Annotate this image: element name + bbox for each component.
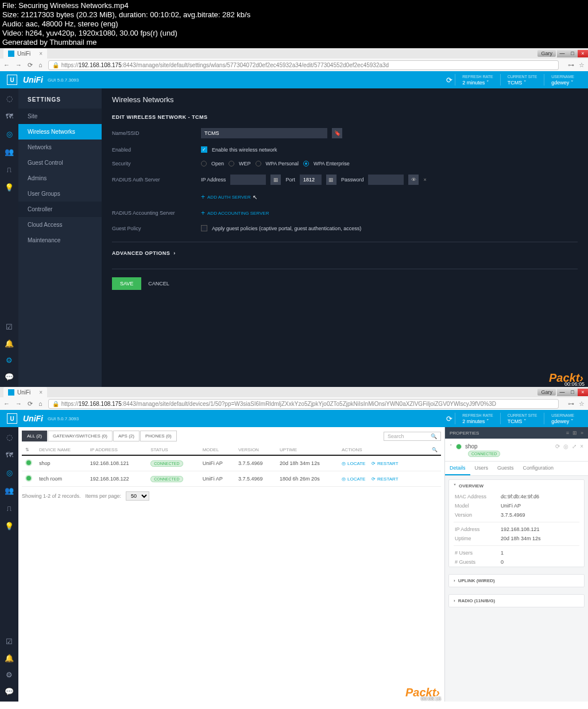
tab-configuration[interactable]: Configuration [519, 462, 559, 475]
nav-admins[interactable]: Admins [18, 171, 102, 186]
clients-icon[interactable]: 👥 [5, 486, 14, 495]
current-site-selector[interactable]: CURRENT SITE TCMS˅ [500, 74, 544, 86]
window-close-button[interactable]: × [578, 50, 588, 57]
radius-ip-input[interactable] [230, 175, 266, 185]
radio-card[interactable]: ›RADIO (11N/B/G) [448, 594, 585, 607]
save-button[interactable]: SAVE [112, 277, 141, 290]
nav-controller[interactable]: Controller [18, 202, 102, 217]
items-per-page-select[interactable]: 50 [126, 491, 149, 501]
home-icon[interactable]: ⌂ [38, 400, 42, 407]
overview-toggle[interactable]: ˅OVERVIEW [449, 480, 584, 492]
chevron-down-icon[interactable]: ˅ [450, 444, 452, 450]
enabled-checkbox[interactable]: ✓ [201, 146, 207, 153]
grid-view-icon[interactable]: ⊞ [572, 430, 577, 436]
key-icon[interactable]: ⊶ [568, 400, 574, 408]
remove-server-icon[interactable]: × [423, 177, 426, 183]
reload-icon[interactable]: ⟳ [28, 61, 33, 69]
restart-icon[interactable]: ⟳ [555, 443, 560, 450]
username-selector[interactable]: USERNAME gdewey˅ [544, 413, 581, 424]
col-uptime[interactable]: UPTIME [276, 445, 338, 455]
expand-icon[interactable]: ⤢ [572, 443, 577, 450]
table-row[interactable]: tech room 192.168.108.122 CONNECTED UniF… [22, 471, 441, 487]
key-icon[interactable]: ⊶ [568, 61, 574, 69]
window-close-button[interactable]: × [578, 389, 588, 396]
uplink-card[interactable]: ›UPLINK (WIRED) [448, 574, 585, 587]
star-icon[interactable]: ☆ [579, 61, 585, 69]
add-accounting-server-link[interactable]: +ADD ACCOUNTING SERVER [201, 209, 269, 217]
table-row[interactable]: shop 192.168.108.121 CONNECTED UniFi AP … [22, 455, 441, 471]
filter-all[interactable]: ALL (2) [22, 431, 47, 441]
browser-tab-2[interactable]: UniFi × [3, 387, 47, 397]
col-settings-icon[interactable]: 🔍 [428, 445, 441, 455]
stats-icon[interactable]: ⎍ [7, 165, 11, 174]
security-wpa-enterprise-radio[interactable] [303, 161, 309, 166]
alerts-icon[interactable]: 🔔 [5, 339, 14, 348]
col-device-name[interactable]: DEVICE NAME [36, 445, 87, 455]
refresh-icon[interactable]: ⟳ [446, 414, 452, 423]
locate-link[interactable]: ◎LOCATE [342, 461, 365, 466]
nav-networks[interactable]: Networks [18, 140, 102, 155]
col-version[interactable]: VERSION [235, 445, 276, 455]
tab-close-icon[interactable]: × [39, 51, 42, 57]
devices-icon[interactable]: ◎ [6, 468, 13, 477]
home-icon[interactable]: ⌂ [38, 61, 42, 68]
tag-icon[interactable]: 🔖 [332, 128, 342, 138]
back-icon[interactable]: ← [3, 61, 10, 68]
nav-site[interactable]: Site [18, 109, 102, 124]
refresh-icon[interactable]: ⟳ [446, 76, 452, 84]
security-wep-radio[interactable] [229, 161, 234, 166]
insights-icon[interactable]: 💡 [5, 522, 14, 530]
refresh-rate-selector[interactable]: REFRESH RATE 2 minutes˅ [455, 413, 500, 424]
forward-icon[interactable]: → [16, 61, 22, 68]
current-site-selector[interactable]: CURRENT SITE TCMS˅ [500, 413, 544, 424]
restart-link[interactable]: ⟳RESTART [372, 461, 399, 466]
filter-gateway-switches[interactable]: GATEWAY/SWITCHES (0) [48, 431, 113, 441]
forward-icon[interactable]: → [16, 400, 22, 407]
collapse-all-icon[interactable]: » [581, 430, 583, 436]
settings-icon[interactable]: ⚙ [6, 356, 13, 365]
close-icon[interactable]: × [580, 443, 583, 450]
dashboard-icon[interactable]: ◌ [6, 433, 13, 441]
back-icon[interactable]: ← [3, 400, 10, 407]
advanced-options-toggle[interactable]: ADVANCED OPTIONS › [112, 242, 578, 256]
tab-details[interactable]: Details [445, 462, 470, 475]
col-ip[interactable]: IP ADDRESS [87, 445, 147, 455]
window-maximize-button[interactable]: □ [567, 50, 578, 57]
nav-cloud-access[interactable]: Cloud Access [18, 217, 102, 233]
stats-icon[interactable]: ⎍ [7, 504, 11, 513]
nav-maintenance[interactable]: Maintenance [18, 233, 102, 248]
reload-icon[interactable]: ⟳ [28, 400, 33, 408]
security-wpa-personal-radio[interactable] [256, 161, 261, 166]
window-maximize-button[interactable]: □ [567, 389, 578, 396]
col-status-dot[interactable]: ⇅ [22, 445, 36, 455]
ssid-input[interactable] [201, 128, 327, 138]
dashboard-icon[interactable]: ◌ [6, 94, 13, 103]
chat-icon[interactable]: 💬 [5, 373, 14, 381]
url-input-2[interactable]: 🔒 https://192.168.108.175:8443/manage/si… [48, 399, 559, 409]
eye-icon[interactable]: 👁 [408, 175, 419, 185]
window-minimize-button[interactable]: — [557, 389, 567, 396]
chat-icon[interactable]: 💬 [5, 687, 14, 696]
insights-icon[interactable]: 💡 [5, 183, 14, 192]
map-icon[interactable]: 🗺 [6, 112, 13, 121]
settings-icon[interactable]: ⚙ [6, 671, 13, 679]
guest-policy-checkbox[interactable] [201, 225, 207, 231]
browser-tab[interactable]: UniFi × [3, 48, 47, 59]
search-input[interactable]: Search 🔍 [384, 432, 441, 441]
list-view-icon[interactable]: ≡ [566, 430, 569, 436]
events-icon[interactable]: ☑ [6, 323, 13, 331]
tab-guests[interactable]: Guests [493, 462, 519, 475]
username-selector[interactable]: USERNAME gdewey˅ [544, 74, 581, 86]
filter-aps[interactable]: APS (2) [113, 431, 140, 441]
clients-icon[interactable]: 👥 [5, 148, 14, 156]
add-auth-server-link[interactable]: +ADD AUTH SERVER↖ [201, 193, 257, 201]
nav-user-groups[interactable]: User Groups [18, 186, 102, 202]
col-status[interactable]: STATUS [147, 445, 199, 455]
tab-close-icon[interactable]: × [39, 389, 42, 396]
filter-phones[interactable]: PHONES (0) [140, 431, 177, 441]
alerts-icon[interactable]: 🔔 [5, 654, 14, 662]
star-icon[interactable]: ☆ [579, 400, 585, 408]
map-icon[interactable]: 🗺 [6, 451, 13, 459]
col-model[interactable]: MODEL [199, 445, 235, 455]
url-input[interactable]: 🔒 https://192.168.108.175:8443/manage/si… [48, 60, 559, 70]
